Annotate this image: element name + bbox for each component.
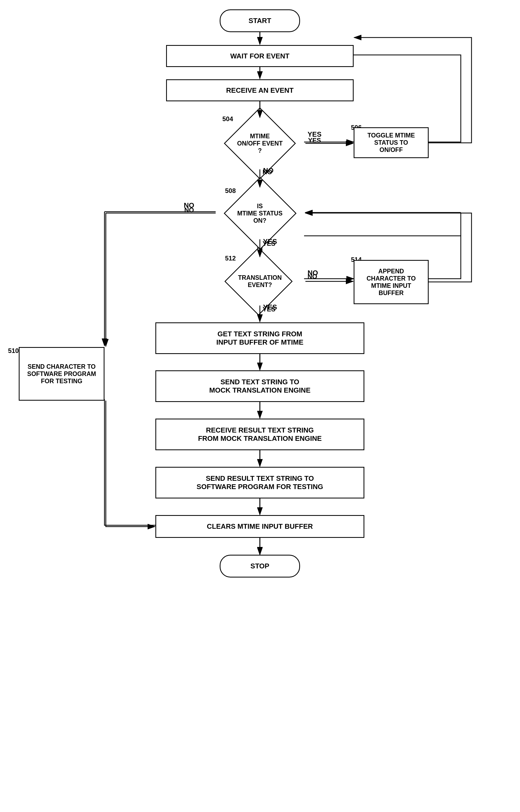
receive-event-node: RECEIVE AN EVENT bbox=[166, 79, 354, 101]
append-character-node: APPEND CHARACTER TO MTIME INPUT BUFFER bbox=[354, 260, 428, 304]
flowchart-diagram: START 500 WAIT FOR EVENT 502 RECEIVE AN … bbox=[0, 0, 520, 812]
toggle-line2: STATUS TO bbox=[374, 139, 408, 146]
receive-result-node: RECEIVE RESULT TEXT STRING FROM MOCK TRA… bbox=[155, 418, 364, 450]
start-node: START bbox=[220, 9, 300, 32]
wait-for-event-label: WAIT FOR EVENT bbox=[230, 52, 290, 60]
send-char-line2: SOFTWARE PROGRAM bbox=[27, 370, 96, 377]
trans-event-line1: TRANSLATION bbox=[238, 274, 282, 281]
wait-for-event-node: WAIT FOR EVENT bbox=[166, 45, 354, 67]
toggle-mtime-node: TOGGLE MTIME STATUS TO ON/OFF bbox=[354, 127, 428, 158]
mtime-status-line3: ON? bbox=[254, 217, 266, 224]
receive-result-line2: FROM MOCK TRANSLATION ENGINE bbox=[198, 434, 322, 442]
yes-translation-event: YES bbox=[263, 305, 276, 313]
toggle-line1: TOGGLE MTIME bbox=[367, 132, 415, 139]
get-text-string-node: GET TEXT STRING FROM INPUT BUFFER OF MTI… bbox=[155, 322, 364, 354]
yes-mtime-onoff: YES bbox=[308, 137, 321, 144]
clears-mtime-label: CLEARS MTIME INPUT BUFFER bbox=[207, 522, 313, 531]
append-line1: APPEND bbox=[378, 268, 404, 275]
receive-event-label: RECEIVE AN EVENT bbox=[226, 86, 294, 95]
append-line2: CHARACTER TO bbox=[366, 275, 416, 282]
get-text-line2: INPUT BUFFER OF MTIME bbox=[216, 338, 304, 346]
mtime-status-line2: MTIME STATUS bbox=[237, 210, 282, 217]
mtime-onoff-line2: ON/OFF EVENT bbox=[237, 140, 283, 147]
no-mtime-onoff: NO bbox=[263, 168, 272, 176]
receive-result-line1: RECEIVE RESULT TEXT STRING bbox=[206, 426, 314, 434]
send-character-node: SEND CHARACTER TO SOFTWARE PROGRAM FOR T… bbox=[19, 347, 104, 401]
stop-label: STOP bbox=[251, 562, 269, 570]
mtime-onoff-line3: ? bbox=[258, 147, 262, 154]
send-char-line1: SEND CHARACTER TO bbox=[28, 363, 96, 370]
append-line3: MTIME INPUT bbox=[371, 282, 411, 289]
stop-node: STOP bbox=[220, 555, 300, 578]
trans-event-line2: EVENT? bbox=[248, 281, 272, 288]
start-label: START bbox=[249, 17, 271, 25]
send-text-line2: MOCK TRANSLATION ENGINE bbox=[209, 386, 311, 394]
send-text-string-node: SEND TEXT STRING TO MOCK TRANSLATION ENG… bbox=[155, 370, 364, 402]
mtime-status-line1: IS bbox=[257, 203, 263, 209]
mtime-onoff-diamond-container: MTIME ON/OFF EVENT ? bbox=[216, 118, 304, 169]
no-translation-event: NO bbox=[308, 273, 317, 280]
send-result-line1: SEND RESULT TEXT STRING TO bbox=[206, 474, 314, 482]
send-result-node: SEND RESULT TEXT STRING TO SOFTWARE PROG… bbox=[155, 467, 364, 499]
get-text-line1: GET TEXT STRING FROM bbox=[217, 330, 302, 338]
mtime-status-diamond-container: IS MTIME STATUS ON? bbox=[216, 187, 304, 239]
label-510: 510 bbox=[8, 347, 19, 355]
append-line4: BUFFER bbox=[379, 289, 404, 296]
clears-mtime-node: CLEARS MTIME INPUT BUFFER bbox=[155, 515, 364, 538]
mtime-onoff-line1: MTIME bbox=[250, 133, 270, 139]
yes-mtime-status: YES bbox=[263, 240, 276, 247]
toggle-line3: ON/OFF bbox=[380, 146, 403, 153]
no-mtime-status: NO bbox=[184, 206, 194, 214]
send-char-line3: FOR TESTING bbox=[41, 378, 82, 385]
send-text-line1: SEND TEXT STRING TO bbox=[220, 378, 299, 386]
send-result-line2: SOFTWARE PROGRAM FOR TESTING bbox=[197, 483, 323, 491]
translation-event-diamond-container: TRANSLATION EVENT? bbox=[216, 257, 304, 305]
